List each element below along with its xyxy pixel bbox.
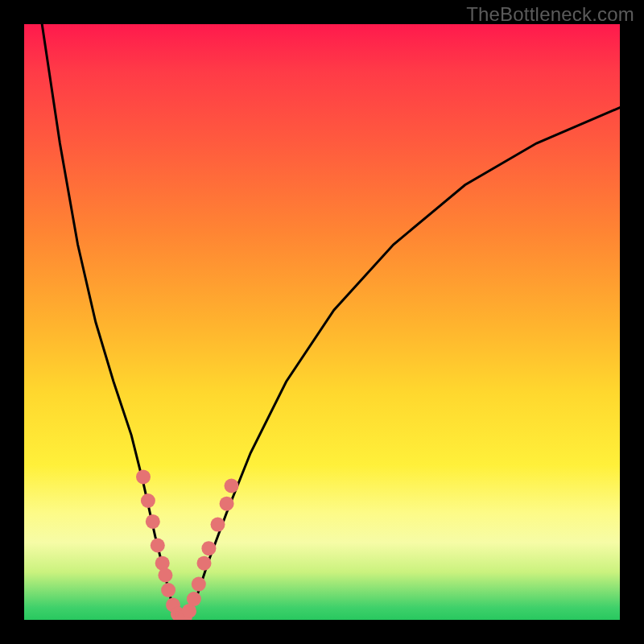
curve-left — [42, 24, 178, 620]
curve-right-branch — [186, 108, 620, 620]
curve-left-branch — [42, 24, 178, 620]
scatter-point — [136, 469, 151, 484]
scatter-point — [187, 592, 201, 606]
scatter-point — [211, 518, 225, 532]
curve-right — [186, 108, 620, 620]
scatter-points — [136, 469, 239, 620]
scatter-point — [151, 539, 165, 553]
scatter-point — [225, 479, 239, 493]
watermark-text: TheBottleneck.com — [466, 3, 634, 26]
scatter-point — [141, 493, 155, 508]
scatter-point — [197, 556, 212, 571]
plot-area — [24, 24, 620, 620]
scatter-point — [161, 583, 175, 597]
chart-svg — [24, 24, 620, 620]
scatter-point — [220, 497, 234, 511]
chart-frame: TheBottleneck.com — [0, 0, 644, 644]
scatter-point — [146, 514, 160, 529]
scatter-point — [158, 568, 172, 583]
scatter-point — [201, 541, 216, 555]
scatter-point — [192, 577, 206, 592]
